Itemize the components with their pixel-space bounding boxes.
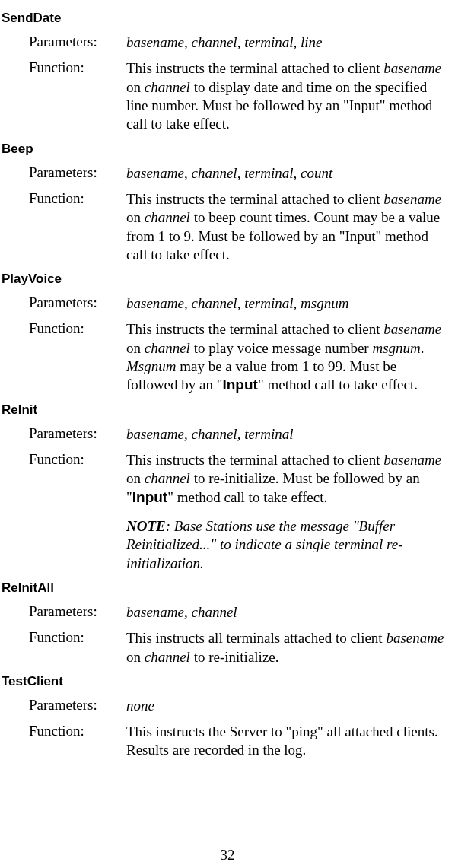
text-italic: basename xyxy=(383,191,441,207)
text-italic: basename xyxy=(383,452,441,468)
param-row: Parameters: basename, channel, terminal xyxy=(29,425,450,444)
param-value: basename, channel, terminal xyxy=(126,425,450,444)
param-value: none xyxy=(126,697,450,715)
text-italic: channel xyxy=(145,79,190,95)
param-label: Parameters: xyxy=(29,425,126,444)
function-value: This instructs the terminal attached to … xyxy=(126,59,450,133)
note-text: NOTE: Base Stations use the message "Buf… xyxy=(126,517,450,573)
method-heading-reinitall: ReInitAll xyxy=(2,580,450,596)
method-heading-reinit: ReInit xyxy=(2,402,450,418)
text-bold: Input xyxy=(222,377,257,393)
function-value: This instructs all terminals attached to… xyxy=(126,629,450,666)
method-heading-senddate: SendDate xyxy=(2,11,450,26)
param-row: Parameters: basename, channel, terminal,… xyxy=(29,164,450,183)
note-rest: : Base Stations use the message "Buffer … xyxy=(126,518,402,571)
function-row: Function: This instructs all terminals a… xyxy=(29,629,450,666)
text: on xyxy=(126,470,145,486)
function-label: Function: xyxy=(29,320,126,394)
text: on xyxy=(126,79,145,95)
text: This instructs the terminal attached to … xyxy=(126,191,383,207)
param-label: Parameters: xyxy=(29,164,126,183)
function-label: Function: xyxy=(29,451,126,507)
param-label: Parameters: xyxy=(29,603,126,622)
text: on xyxy=(126,340,145,356)
text: on xyxy=(126,209,145,225)
function-value: This instructs the terminal attached to … xyxy=(126,451,450,507)
text: This instructs the terminal attached to … xyxy=(126,321,383,337)
param-label: Parameters: xyxy=(29,697,126,715)
text-bold: Input xyxy=(132,489,167,505)
text: This instructs the terminal attached to … xyxy=(126,60,383,76)
text-italic: basename xyxy=(383,60,441,76)
text: on xyxy=(126,649,145,665)
text-italic: channel xyxy=(145,649,190,665)
text-italic: basename xyxy=(383,321,441,337)
function-value: This instructs the terminal attached to … xyxy=(126,190,450,264)
text-italic: channel xyxy=(145,340,190,356)
param-row: Parameters: none xyxy=(29,697,450,715)
text: " method call to take effect. xyxy=(167,489,327,505)
function-label: Function: xyxy=(29,629,126,666)
text: This instructs the terminal attached to … xyxy=(126,452,383,468)
page-number: 32 xyxy=(0,847,455,863)
param-value: basename, channel, terminal, msgnum xyxy=(126,294,450,313)
function-row: Function: This instructs the terminal at… xyxy=(29,190,450,264)
param-value: basename, channel xyxy=(126,603,450,622)
function-row: Function: This instructs the terminal at… xyxy=(29,320,450,394)
text: . xyxy=(421,340,425,356)
text: to re-initialize. xyxy=(190,649,279,665)
method-heading-beep: Beep xyxy=(2,141,450,157)
note-spacer xyxy=(29,517,126,573)
note-bold: NOTE xyxy=(126,518,166,534)
param-value: basename, channel, terminal, line xyxy=(126,33,450,52)
function-row: Function: This instructs the terminal at… xyxy=(29,451,450,507)
text: This instructs all terminals attached to… xyxy=(126,630,386,646)
method-heading-playvoice: PlayVoice xyxy=(2,272,450,287)
text-italic: Msgnum xyxy=(126,358,176,374)
param-row: Parameters: basename, channel, terminal,… xyxy=(29,33,450,52)
function-row: Function: This instructs the terminal at… xyxy=(29,59,450,133)
text-italic: basename xyxy=(386,630,444,646)
note-row: NOTE: Base Stations use the message "Buf… xyxy=(29,517,450,573)
function-label: Function: xyxy=(29,59,126,133)
param-label: Parameters: xyxy=(29,294,126,313)
text: " method call to take effect. xyxy=(258,377,418,393)
text: to play voice message number xyxy=(190,340,373,356)
param-value: basename, channel, terminal, count xyxy=(126,164,450,183)
function-label: Function: xyxy=(29,723,126,760)
function-row: Function: This instructs the Server to "… xyxy=(29,723,450,760)
param-row: Parameters: basename, channel xyxy=(29,603,450,622)
function-value: This instructs the Server to "ping" all … xyxy=(126,723,450,760)
text-italic: msgnum xyxy=(372,340,420,356)
param-label: Parameters: xyxy=(29,33,126,52)
method-heading-testclient: TestClient xyxy=(2,674,450,689)
text-italic: channel xyxy=(145,209,190,225)
function-value: This instructs the terminal attached to … xyxy=(126,320,450,394)
text-italic: channel xyxy=(145,470,190,486)
function-label: Function: xyxy=(29,190,126,264)
param-row: Parameters: basename, channel, terminal,… xyxy=(29,294,450,313)
